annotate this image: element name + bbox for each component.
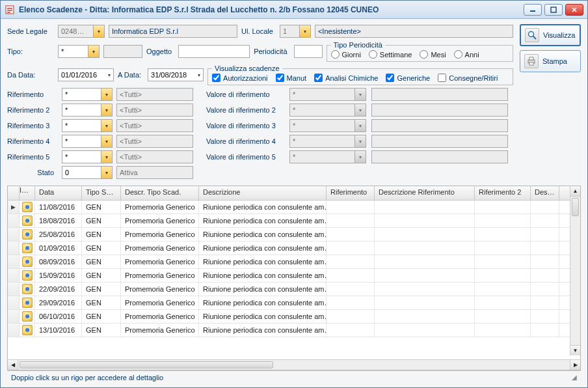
riferimento-input[interactable] bbox=[62, 88, 101, 101]
riferimento-lookup-icon[interactable]: ▾ bbox=[101, 119, 113, 132]
riferimento-input[interactable] bbox=[62, 119, 101, 132]
maximize-button[interactable] bbox=[544, 4, 563, 16]
table-row[interactable]: 01/09/2016GENPromemoria GenericoRiunione… bbox=[8, 242, 580, 255]
minimize-button[interactable] bbox=[524, 4, 542, 16]
a-data-dropdown-icon[interactable]: ▾ bbox=[194, 68, 204, 81]
table-row[interactable]: 25/08/2016GENPromemoria GenericoRiunione… bbox=[8, 228, 580, 242]
svg-point-16 bbox=[25, 246, 29, 250]
window-title: Elenco Scadenze - Ditta: Informatica EDP… bbox=[19, 5, 524, 14]
table-row[interactable]: 08/09/2016GENPromemoria GenericoRiunione… bbox=[8, 255, 580, 269]
row-type-icon bbox=[20, 283, 35, 296]
col-descr-rif[interactable]: Descrizione Riferimento bbox=[375, 186, 475, 200]
table-row[interactable]: 06/10/2016GENPromemoria GenericoRiunione… bbox=[8, 310, 580, 324]
table-row[interactable]: 29/09/2016GENPromemoria GenericoRiunione… bbox=[8, 296, 580, 310]
ul-locale-code[interactable] bbox=[280, 25, 299, 38]
col-riferimento[interactable]: Riferimento bbox=[327, 186, 375, 200]
col-descrizione[interactable]: Descrizione bbox=[199, 186, 327, 200]
table-row[interactable]: 22/09/2016GENPromemoria GenericoRiunione… bbox=[8, 283, 580, 296]
cell-rif2 bbox=[475, 296, 531, 309]
vertical-scrollbar[interactable]: ▲ ▼ bbox=[570, 186, 580, 355]
col-descr-tipo[interactable]: Descr. Tipo Scad. bbox=[121, 186, 199, 200]
riferimento-input[interactable] bbox=[62, 135, 101, 148]
row-type-icon bbox=[20, 310, 35, 323]
riferimento-input[interactable] bbox=[62, 104, 101, 117]
svg-point-18 bbox=[25, 273, 29, 277]
valref-lookup-icon[interactable]: ▾ bbox=[354, 104, 366, 117]
radio-giorni[interactable]: Giorni bbox=[331, 50, 361, 59]
svg-point-21 bbox=[25, 314, 29, 318]
tipo-input[interactable] bbox=[58, 45, 88, 58]
radio-anni[interactable]: Anni bbox=[454, 50, 479, 59]
stampa-button[interactable]: Stampa bbox=[520, 50, 581, 72]
col-descri2[interactable]: Descri… bbox=[531, 186, 559, 200]
stato-input[interactable] bbox=[62, 166, 101, 179]
grid[interactable]: I… Data Tipo Scad. Descr. Tipo Scad. Des… bbox=[7, 186, 581, 370]
table-row[interactable]: ▶11/08/2016GENPromemoria GenericoRiunion… bbox=[8, 201, 580, 214]
titlebar[interactable]: Elenco Scadenze - Ditta: Informatica EDP… bbox=[1, 1, 587, 19]
scroll-up-icon[interactable]: ▲ bbox=[570, 186, 580, 197]
row-indicator bbox=[8, 228, 20, 241]
col-indicator[interactable] bbox=[8, 186, 20, 200]
valref-lookup-icon[interactable]: ▾ bbox=[354, 135, 366, 148]
periodicita-input[interactable] bbox=[294, 45, 323, 58]
valref-lookup-icon[interactable]: ▾ bbox=[354, 119, 366, 132]
riferimento-lookup-icon[interactable]: ▾ bbox=[101, 135, 113, 148]
hscroll-thumb[interactable] bbox=[20, 361, 273, 368]
da-data-input[interactable] bbox=[58, 68, 105, 81]
valref-input[interactable] bbox=[289, 104, 354, 117]
scroll-down-icon[interactable]: ▼ bbox=[570, 345, 580, 355]
row-indicator bbox=[8, 296, 20, 309]
da-data-dropdown-icon[interactable]: ▾ bbox=[105, 68, 114, 81]
row-type-icon bbox=[20, 255, 35, 268]
valref-lookup-icon[interactable]: ▾ bbox=[354, 88, 366, 101]
grid-header-row: I… Data Tipo Scad. Descr. Tipo Scad. Des… bbox=[8, 186, 580, 201]
radio-mesi[interactable]: Mesi bbox=[420, 50, 446, 59]
cb-consegne[interactable]: Consegne/Ritiri bbox=[438, 74, 498, 82]
col-tipo[interactable]: Tipo Scad. bbox=[82, 186, 121, 200]
valref-input[interactable] bbox=[289, 135, 354, 148]
cb-manut[interactable]: Manut bbox=[276, 74, 307, 82]
valref-input[interactable] bbox=[289, 119, 354, 132]
riferimento-lookup-icon[interactable]: ▾ bbox=[101, 150, 113, 163]
table-row[interactable]: 13/10/2016GENPromemoria GenericoRiunione… bbox=[8, 324, 580, 337]
riferimento-lookup-icon[interactable]: ▾ bbox=[101, 88, 113, 101]
ul-locale-label: Ul. Locale bbox=[241, 27, 276, 35]
scroll-thumb[interactable] bbox=[572, 198, 579, 216]
valref-input[interactable] bbox=[289, 88, 354, 101]
a-data-input[interactable] bbox=[148, 68, 194, 81]
cb-analisi[interactable]: Analisi Chimiche bbox=[314, 74, 378, 82]
tipo-display bbox=[103, 45, 142, 58]
statusbar-hint: Doppio click su un rigo per accedere al … bbox=[11, 374, 163, 381]
sede-legale-lookup-icon[interactable]: ▾ bbox=[93, 25, 105, 38]
oggetto-input[interactable] bbox=[178, 45, 250, 58]
table-row[interactable]: 15/09/2016GENPromemoria GenericoRiunione… bbox=[8, 269, 580, 283]
cb-generiche[interactable]: Generiche bbox=[386, 74, 430, 82]
riferimento-lookup-icon[interactable]: ▾ bbox=[101, 104, 113, 117]
valref-input[interactable] bbox=[289, 150, 354, 163]
col-data[interactable]: Data bbox=[35, 186, 82, 200]
cb-autorizzazioni[interactable]: Autorizzazioni bbox=[212, 74, 267, 82]
row-type-icon bbox=[20, 324, 35, 337]
radio-settimane[interactable]: Settimane bbox=[369, 50, 412, 59]
printer-icon bbox=[524, 54, 539, 68]
scroll-right-icon[interactable]: ▶ bbox=[570, 360, 580, 370]
valref-lookup-icon[interactable]: ▾ bbox=[354, 150, 366, 163]
scroll-left-icon[interactable]: ◀ bbox=[8, 360, 18, 370]
table-row[interactable]: 18/08/2016GENPromemoria GenericoRiunione… bbox=[8, 214, 580, 228]
riferimento-input[interactable] bbox=[62, 150, 101, 163]
tipo-lookup-icon[interactable]: ▾ bbox=[88, 45, 100, 58]
horizontal-scrollbar[interactable]: ◀ ▶ bbox=[8, 359, 580, 370]
stato-lookup-icon[interactable]: ▾ bbox=[101, 166, 113, 179]
col-riferimento2[interactable]: Riferimento 2 bbox=[475, 186, 531, 200]
col-icon[interactable]: I… bbox=[20, 186, 35, 200]
resize-grip-icon[interactable]: ◢ bbox=[572, 374, 577, 381]
cell-descrizione: Riunione periodica con consulente am… bbox=[199, 296, 327, 309]
ul-locale-lookup-icon[interactable]: ▾ bbox=[299, 25, 311, 38]
cell-data: 15/09/2016 bbox=[35, 269, 82, 282]
cell-descrif bbox=[375, 310, 475, 323]
sede-legale-code[interactable] bbox=[58, 25, 93, 38]
grid-body[interactable]: ▶11/08/2016GENPromemoria GenericoRiunion… bbox=[8, 201, 580, 359]
close-button[interactable] bbox=[565, 4, 583, 16]
visualizza-button[interactable]: Visualizza bbox=[520, 24, 581, 46]
cell-descrif bbox=[375, 201, 475, 214]
